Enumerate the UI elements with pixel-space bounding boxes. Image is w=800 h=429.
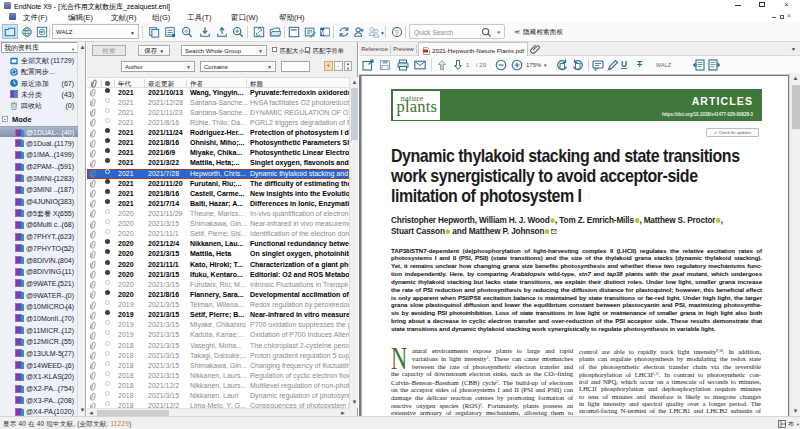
svg-text:W: W — [321, 29, 328, 36]
svg-text:?: ? — [395, 29, 399, 36]
svg-text:”: ” — [294, 28, 297, 35]
